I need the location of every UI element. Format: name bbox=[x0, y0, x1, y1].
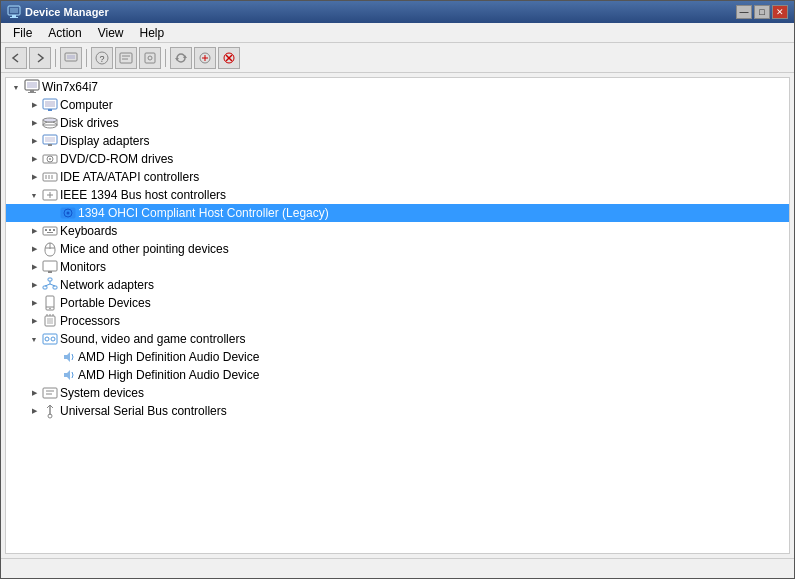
portable-icon bbox=[42, 295, 58, 311]
expand-btn-usb[interactable] bbox=[26, 403, 42, 419]
tree-node-system[interactable]: System devices bbox=[6, 384, 789, 402]
expand-btn-amd1[interactable] bbox=[44, 349, 60, 365]
svg-point-64 bbox=[49, 308, 51, 310]
node-label-amd2: AMD High Definition Audio Device bbox=[78, 368, 259, 382]
expand-btn-portable[interactable] bbox=[26, 295, 42, 311]
node-label-disk: Disk drives bbox=[60, 116, 119, 130]
minimize-button[interactable]: — bbox=[736, 5, 752, 19]
expand-btn-dvd[interactable] bbox=[26, 151, 42, 167]
title-buttons: — □ ✕ bbox=[736, 5, 788, 19]
tree-node-amd1[interactable]: AMD High Definition Audio Device bbox=[6, 348, 789, 366]
close-button[interactable]: ✕ bbox=[772, 5, 788, 19]
tree-node-display[interactable]: Display adapters bbox=[6, 132, 789, 150]
svg-rect-27 bbox=[48, 109, 52, 111]
svg-line-60 bbox=[45, 284, 50, 286]
device-tree[interactable]: Win7x64i7ComputerDisk drivesDisplay adap… bbox=[5, 77, 790, 554]
svg-rect-57 bbox=[43, 286, 47, 289]
svg-rect-48 bbox=[45, 229, 47, 231]
svg-rect-23 bbox=[30, 90, 34, 92]
tree-node-ieee[interactable]: IEEE 1394 Bus host controllers bbox=[6, 186, 789, 204]
tree-node-monitors[interactable]: Monitors bbox=[6, 258, 789, 276]
expand-btn-processors[interactable] bbox=[26, 313, 42, 329]
tree-node-sound[interactable]: Sound, video and game controllers bbox=[6, 330, 789, 348]
properties-button[interactable] bbox=[115, 47, 137, 69]
back-button[interactable] bbox=[5, 47, 27, 69]
svg-rect-26 bbox=[45, 101, 55, 107]
tree-node-usb[interactable]: Universal Serial Bus controllers bbox=[6, 402, 789, 420]
forward-button[interactable] bbox=[29, 47, 51, 69]
node-label-computer: Computer bbox=[60, 98, 113, 112]
audio-icon bbox=[60, 349, 76, 365]
expand-btn-ieee[interactable] bbox=[26, 187, 42, 203]
tree-node-processors[interactable]: Processors bbox=[6, 312, 789, 330]
expand-btn-disk[interactable] bbox=[26, 115, 42, 131]
svg-rect-56 bbox=[48, 278, 52, 281]
menu-bar: File Action View Help bbox=[1, 23, 794, 43]
tree-node-computer[interactable]: Computer bbox=[6, 96, 789, 114]
maximize-button[interactable]: □ bbox=[754, 5, 770, 19]
title-bar-left: Device Manager bbox=[7, 5, 109, 19]
ide-icon bbox=[42, 169, 58, 185]
node-label-ieee: IEEE 1394 Bus host controllers bbox=[60, 188, 226, 202]
node-label-keyboard: Keyboards bbox=[60, 224, 117, 238]
tree-node-portable[interactable]: Portable Devices bbox=[6, 294, 789, 312]
expand-btn-root[interactable] bbox=[8, 79, 24, 95]
node-label-usb: Universal Serial Bus controllers bbox=[60, 404, 227, 418]
computer-icon bbox=[42, 97, 58, 113]
node-label-monitors: Monitors bbox=[60, 260, 106, 274]
system-icon bbox=[42, 385, 58, 401]
tree-node-network[interactable]: Network adapters bbox=[6, 276, 789, 294]
svg-point-12 bbox=[148, 56, 152, 60]
svg-point-71 bbox=[45, 337, 49, 341]
disk-icon bbox=[42, 115, 58, 131]
svg-rect-8 bbox=[120, 53, 132, 63]
svg-point-72 bbox=[51, 337, 55, 341]
svg-rect-73 bbox=[43, 388, 57, 398]
expand-btn-system[interactable] bbox=[26, 385, 42, 401]
menu-action[interactable]: Action bbox=[40, 24, 89, 42]
status-bar bbox=[1, 558, 794, 578]
up-button[interactable] bbox=[60, 47, 82, 69]
scan-button[interactable] bbox=[194, 47, 216, 69]
tree-node-dvd[interactable]: DVD/CD-ROM drives bbox=[6, 150, 789, 168]
tree-node-amd2[interactable]: AMD High Definition Audio Device bbox=[6, 366, 789, 384]
ieee-icon bbox=[42, 187, 58, 203]
expand-btn-keyboard[interactable] bbox=[26, 223, 42, 239]
menu-help[interactable]: Help bbox=[132, 24, 173, 42]
usb-icon bbox=[42, 403, 58, 419]
expand-btn-amd2[interactable] bbox=[44, 367, 60, 383]
node-label-display: Display adapters bbox=[60, 134, 149, 148]
expand-btn-display[interactable] bbox=[26, 133, 42, 149]
node-label-mice: Mice and other pointing devices bbox=[60, 242, 229, 256]
title-bar: Device Manager — □ ✕ bbox=[1, 1, 794, 23]
expand-btn-sound[interactable] bbox=[26, 331, 42, 347]
driver-button[interactable] bbox=[139, 47, 161, 69]
help-button[interactable]: ? bbox=[91, 47, 113, 69]
tree-node-ide[interactable]: IDE ATA/ATAPI controllers bbox=[6, 168, 789, 186]
expand-btn-mice[interactable] bbox=[26, 241, 42, 257]
expand-btn-ide[interactable] bbox=[26, 169, 42, 185]
toolbar: ? bbox=[1, 43, 794, 73]
tree-node-ohci[interactable]: 1394 OHCI Compliant Host Controller (Leg… bbox=[6, 204, 789, 222]
tree-node-mice[interactable]: Mice and other pointing devices bbox=[6, 240, 789, 258]
uninstall-button[interactable] bbox=[218, 47, 240, 69]
expand-btn-monitors[interactable] bbox=[26, 259, 42, 275]
svg-rect-50 bbox=[53, 229, 55, 231]
menu-file[interactable]: File bbox=[5, 24, 40, 42]
menu-view[interactable]: View bbox=[90, 24, 132, 42]
expand-btn-computer[interactable] bbox=[26, 97, 42, 113]
node-label-system: System devices bbox=[60, 386, 144, 400]
tree-node-root[interactable]: Win7x64i7 bbox=[6, 78, 789, 96]
expand-btn-network[interactable] bbox=[26, 277, 42, 293]
expand-btn-ohci[interactable] bbox=[44, 205, 60, 221]
node-label-processors: Processors bbox=[60, 314, 120, 328]
tree-node-disk[interactable]: Disk drives bbox=[6, 114, 789, 132]
host-icon bbox=[60, 205, 76, 221]
tree-node-keyboard[interactable]: Keyboards bbox=[6, 222, 789, 240]
svg-rect-49 bbox=[49, 229, 51, 231]
svg-rect-1 bbox=[10, 8, 18, 13]
node-label-network: Network adapters bbox=[60, 278, 154, 292]
refresh-button[interactable] bbox=[170, 47, 192, 69]
display-icon bbox=[42, 133, 58, 149]
svg-point-46 bbox=[67, 212, 70, 215]
